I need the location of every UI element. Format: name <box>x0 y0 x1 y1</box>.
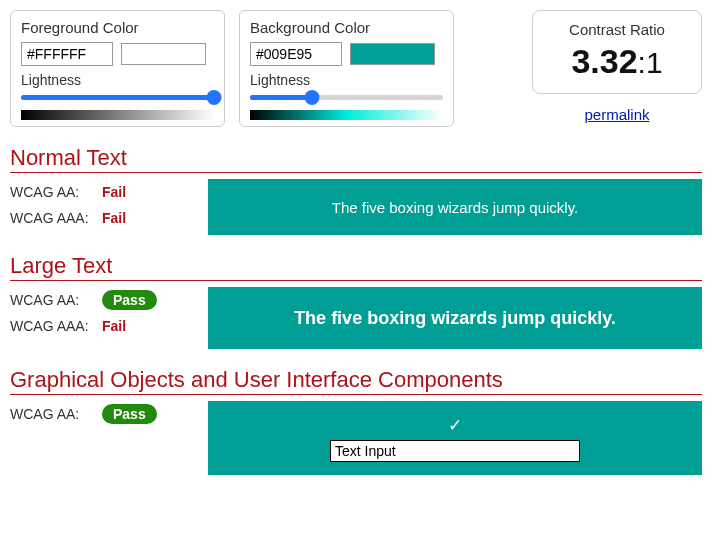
background-lightness-label: Lightness <box>250 72 443 88</box>
ui-sample: ✓ <box>208 401 702 475</box>
background-gradient-bar <box>250 110 443 120</box>
normal-aaa-result: Fail <box>102 210 126 226</box>
foreground-hex-input[interactable] <box>21 42 113 66</box>
section-large-text: Large Text WCAG AA: Pass WCAG AAA: Fail … <box>10 253 702 349</box>
permalink-link[interactable]: permalink <box>584 106 649 123</box>
background-hex-input[interactable] <box>250 42 342 66</box>
foreground-panel: Foreground Color Lightness <box>10 10 225 127</box>
section-large-title: Large Text <box>10 253 702 281</box>
large-aa-label: WCAG AA: <box>10 292 102 308</box>
section-ui-components: Graphical Objects and User Interface Com… <box>10 367 702 475</box>
normal-aaa-label: WCAG AAA: <box>10 210 102 226</box>
background-swatch[interactable] <box>350 43 435 65</box>
section-normal-text: Normal Text WCAG AA: Fail WCAG AAA: Fail… <box>10 145 702 235</box>
large-text-sample[interactable]: The five boxing wizards jump quickly. <box>208 287 702 349</box>
foreground-lightness-slider[interactable] <box>21 90 214 106</box>
foreground-gradient-bar <box>21 110 214 120</box>
large-aaa-result: Fail <box>102 318 126 334</box>
foreground-swatch[interactable] <box>121 43 206 65</box>
foreground-title: Foreground Color <box>21 19 214 36</box>
background-title: Background Color <box>250 19 443 36</box>
checkmark-icon: ✓ <box>448 415 462 436</box>
foreground-lightness-label: Lightness <box>21 72 214 88</box>
large-aa-result: Pass <box>102 290 157 310</box>
contrast-ratio-value: 3.32 <box>571 42 637 80</box>
large-aaa-label: WCAG AAA: <box>10 318 102 334</box>
section-ui-title: Graphical Objects and User Interface Com… <box>10 367 702 395</box>
normal-text-sample[interactable]: The five boxing wizards jump quickly. <box>208 179 702 235</box>
ui-aa-label: WCAG AA: <box>10 406 102 422</box>
ui-aa-result: Pass <box>102 404 157 424</box>
background-panel: Background Color Lightness <box>239 10 454 127</box>
contrast-ratio-suffix: :1 <box>638 46 663 79</box>
contrast-ratio-label: Contrast Ratio <box>555 21 679 38</box>
contrast-ratio-panel: Contrast Ratio 3.32:1 <box>532 10 702 94</box>
demo-text-input[interactable] <box>330 440 580 462</box>
normal-aa-result: Fail <box>102 184 126 200</box>
normal-aa-label: WCAG AA: <box>10 184 102 200</box>
background-lightness-slider[interactable] <box>250 90 443 106</box>
section-normal-title: Normal Text <box>10 145 702 173</box>
